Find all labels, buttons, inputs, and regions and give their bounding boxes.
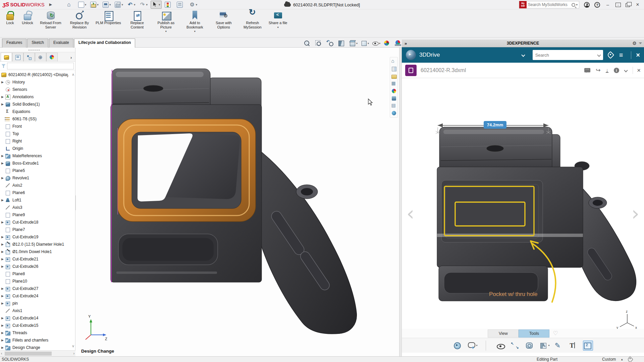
dropdown-arrow-icon[interactable]: ▾ [109,3,111,6]
feature-tree-item[interactable]: ▶ Equations [0,108,69,115]
feature-tree-item[interactable]: ▶ Solid Bodies(1) [0,101,69,108]
feature-tree-item[interactable]: ▶ Cut-Extrude26 [0,263,69,270]
commandmanager-grip[interactable] [0,48,75,52]
feature-tree-item[interactable]: ▶ Cut-Extrude18 [0,219,69,226]
dropdown-arrow-icon[interactable]: ▾ [165,29,167,34]
expand-arrow-icon[interactable]: ▶ [1,294,5,298]
feature-tree-item[interactable]: ▶ Origin [0,145,69,152]
minimize-button[interactable]: – [605,2,611,7]
dropdown-arrow-icon[interactable]: ▾ [97,3,99,6]
dropdown-arrow-icon[interactable]: ▾ [159,3,160,6]
panel-settings-icon[interactable]: ⚙ [632,41,637,46]
quick-toolbar-button[interactable]: ▾ [114,1,124,8]
feature-tree-item[interactable]: ▶ Plane6 [0,189,69,196]
quick-toolbar-button[interactable]: ▾ [151,1,162,9]
panel-tool-button[interactable]: ▾ [468,341,478,351]
dropdown-arrow-icon[interactable]: ▾ [194,29,196,34]
dropdown-arrow-icon[interactable]: ▾ [356,42,358,45]
tree-scroll-down-icon[interactable]: ∨ [72,344,74,348]
feature-tree-item[interactable]: ▶ Revolve1 [0,174,69,182]
feature-tree-item[interactable]: ▶ Cut-Extrude14 [0,314,69,322]
feature-tree-item[interactable]: ▶ Axis1 [0,307,69,314]
commandmanager-tab[interactable]: Evaluate [49,39,73,48]
commandmanager-tab[interactable]: Sketch [27,39,48,48]
panel-tool-button[interactable]: ▾ [525,341,535,351]
units-selector[interactable]: Custom [602,357,616,362]
task-pane-icon[interactable] [391,66,397,72]
expand-arrow-icon[interactable]: ▶ [1,324,5,327]
share-icon[interactable]: ↪ [596,67,600,74]
lifecycle-button[interactable]: Save with Options ▾ [209,10,238,34]
dropdown-arrow-icon[interactable]: ▾ [379,42,380,45]
panel-tool-button[interactable]: ▾ [540,341,550,351]
feature-tree-item[interactable]: ▶ Axis2 [0,182,69,189]
lifecycle-button[interactable]: Reload From Server ▾ [36,10,65,34]
quick-toolbar-button[interactable]: ▾ [102,1,112,8]
task-pane-icon[interactable] [391,110,397,116]
task-pane-icon[interactable] [391,103,397,109]
3dexperience-compass-icon[interactable] [406,50,416,60]
panel-tool-button[interactable]: ▾ [453,341,463,351]
task-pane-icon[interactable] [391,96,397,101]
manager-tab[interactable] [23,53,35,61]
lifecycle-button[interactable]: PLM Properties ▾ [94,10,123,30]
panel-close-icon[interactable]: × [631,51,640,59]
dropdown-arrow-icon[interactable]: ▾ [476,344,477,347]
manager-tab[interactable] [1,53,12,61]
expand-arrow-icon[interactable]: ▶ [1,80,5,84]
quick-toolbar-button[interactable]: ▾ [126,1,137,8]
quick-toolbar-button[interactable]: ▾ [164,1,174,8]
feature-tree-item[interactable]: ▶ Top [0,130,69,137]
manager-tab[interactable] [35,53,46,61]
search-dropdown-icon[interactable]: ▾ [576,3,578,6]
feature-tree-item[interactable]: ▶ Ø12.0 (12.5) Diameter Hole1 [0,241,69,248]
task-pane-icon[interactable] [391,73,397,79]
expand-arrow-icon[interactable]: ▶ [1,316,5,320]
download-icon[interactable]: ↓ [606,68,608,73]
viewport-panel-splitter[interactable] [399,48,402,356]
dropdown-arrow-icon[interactable]: ▾ [548,344,549,347]
expand-arrow-icon[interactable]: ▶ [1,176,5,180]
expand-arrow-icon[interactable]: ▶ [1,250,5,253]
headsup-button[interactable]: ▾ [304,40,312,47]
tree-scroll-up-icon[interactable]: ∧ [72,72,74,77]
panel-tool-button[interactable]: ▾ [569,341,579,351]
expand-arrow-icon[interactable]: ▶ [1,302,5,305]
quick-toolbar-button[interactable]: ▾ [138,1,149,8]
expand-arrow-icon[interactable]: ▶ [1,162,5,165]
feature-tree-item[interactable]: ▶ Plane7 [0,226,69,233]
graphics-viewport[interactable]: Y Z Design Change ◂ [75,48,399,356]
feature-tree-item[interactable]: ▶ Loft1 [0,196,69,204]
collapse-panes-button[interactable]: ↔ [615,3,621,7]
close-button[interactable]: × [635,2,641,8]
feature-tree-item[interactable]: ▶ Right [0,137,69,145]
units-dropdown-icon[interactable]: ▲ [621,358,623,361]
scroll-left-icon[interactable]: ‹ [1,352,2,355]
feature-tree-item[interactable]: ▶ Plane9 [0,211,69,219]
dropdown-arrow-icon[interactable]: ▾ [196,3,198,6]
panel-tool-button[interactable]: ▾ [554,341,564,351]
3ddrive-app-name[interactable]: 3DDrive [419,52,519,58]
dropdown-arrow-icon[interactable]: ▾ [146,3,148,6]
menu-icon[interactable]: ≡ [619,51,623,59]
tag-icon[interactable] [606,51,614,59]
feature-tree-item[interactable]: ▶ Cut-Extrude21 [0,255,69,263]
feature-tree-item[interactable]: ▶ Sensors [0,86,69,93]
quick-toolbar-button[interactable]: ▾ [176,1,186,8]
panel-splitter-grip[interactable]: ◂ [75,195,76,210]
quick-toolbar-button[interactable]: ▾ [65,1,75,8]
feature-tree-item[interactable]: ▶ Axis3 [0,204,69,211]
panel-tab[interactable]: View [488,329,519,338]
info-icon[interactable]: i [614,68,619,73]
feature-tree-item[interactable]: ▶ Boss-Extrude1 [0,160,69,167]
expand-arrow-icon[interactable]: ▶ [1,198,5,202]
task-pane-icon[interactable] [391,88,397,94]
feature-tree-item[interactable]: ▶ Ø1.0mm Dowel Hole1 [0,248,69,255]
lifecycle-button[interactable]: Unlock ▾ [19,10,36,30]
next-model-arrow[interactable]: › [632,202,639,225]
task-pane-icon[interactable] [391,81,397,86]
scroll-right-icon[interactable]: › [73,352,74,355]
scrollbar-thumb[interactable] [5,352,52,356]
search-icon[interactable] [572,3,575,7]
expand-arrow-icon[interactable]: ▶ [1,339,5,342]
